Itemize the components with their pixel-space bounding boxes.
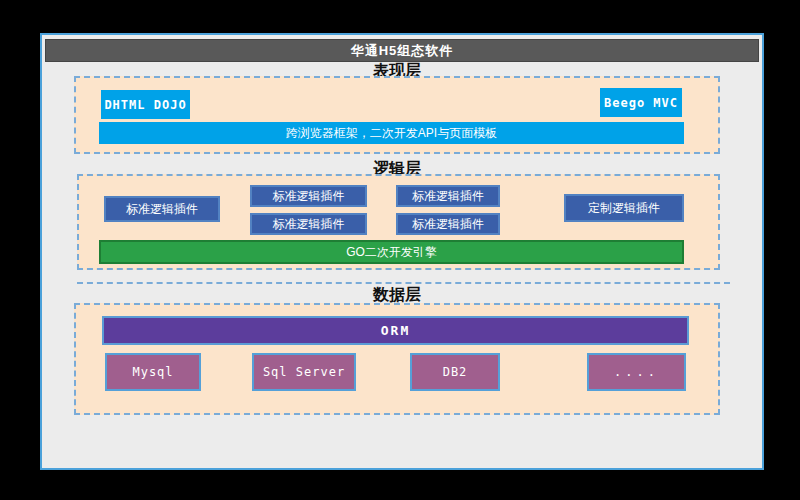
presentation-layer-panel: DHTML DOJO Beego MVC 跨浏览器框架，二次开发API与页面模板 — [74, 76, 720, 154]
orm-bar: ORM — [102, 316, 689, 345]
go-engine-bar: GO二次开发引擎 — [99, 240, 684, 264]
beego-mvc-box: Beego MVC — [600, 88, 682, 117]
custom-plugin-box: 定制逻辑插件 — [564, 194, 684, 222]
logic-layer-panel: 标准逻辑插件 标准逻辑插件 标准逻辑插件 标准逻辑插件 标准逻辑插件 定制逻辑插… — [77, 174, 720, 270]
standard-plugin-box: 标准逻辑插件 — [250, 213, 367, 235]
database-box-sqlserver: Sql Server — [252, 353, 356, 391]
standard-plugin-box: 标准逻辑插件 — [396, 213, 500, 235]
diagram-page: 华通H5组态软件 表现层 DHTML DOJO Beego MVC 跨浏览器框架… — [40, 33, 764, 470]
database-box-db2: DB2 — [410, 353, 500, 391]
framework-api-bar: 跨浏览器框架，二次开发API与页面模板 — [99, 122, 684, 144]
title-bar: 华通H5组态软件 — [45, 39, 759, 62]
layer-separator-line — [77, 282, 730, 284]
standard-plugin-box-left: 标准逻辑插件 — [104, 196, 220, 222]
database-box-others: .... — [587, 353, 686, 391]
data-layer-panel: ORM Mysql Sql Server DB2 .... — [74, 303, 720, 415]
standard-plugin-box: 标准逻辑插件 — [396, 185, 500, 207]
database-box-mysql: Mysql — [105, 353, 201, 391]
standard-plugin-box: 标准逻辑插件 — [250, 185, 367, 207]
dhtml-dojo-box: DHTML DOJO — [101, 90, 190, 119]
